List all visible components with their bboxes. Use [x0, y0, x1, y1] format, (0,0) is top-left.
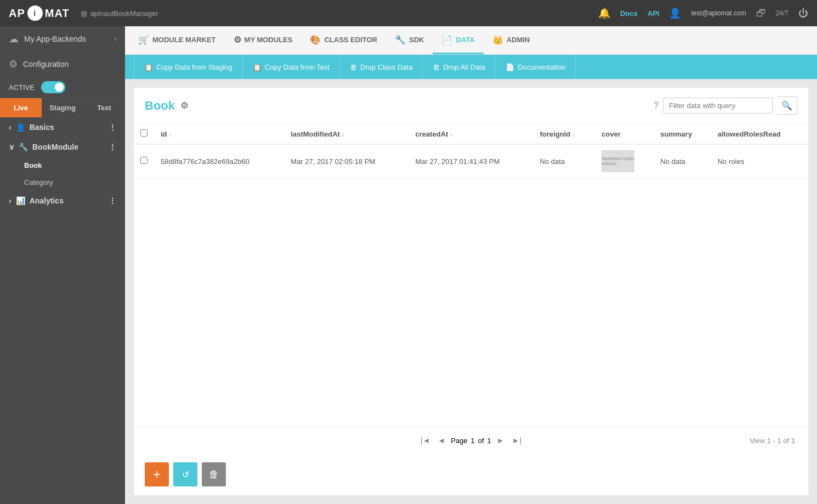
docs-icon: 📄	[506, 63, 514, 71]
pagination-bar: |◄ ◄ Page 1 of 1 ► ►| View 1 - 1 of 1	[134, 427, 808, 454]
col-id[interactable]: id ↕	[154, 124, 284, 144]
more-icon[interactable]: ⋮	[109, 196, 116, 205]
sidebar-subitem-book[interactable]: Book	[0, 157, 125, 174]
sidebar-group-bookmodule[interactable]: ∨ 🔧 BookModule ⋮	[0, 137, 125, 157]
nav-my-modules[interactable]: ⚙ MY MODULES	[225, 26, 302, 54]
active-toggle-switch[interactable]	[41, 81, 65, 93]
user-email: test@apiomat.com	[691, 9, 746, 17]
main-layout: ☁ My App-Backends › ⚙ Configuration ACTI…	[0, 26, 817, 504]
nav-label: ADMIN	[507, 36, 530, 44]
cell-cover: 58d8fffe6c7a382e69a2b	[595, 144, 654, 178]
cell-last-modified: Mar 27, 2017 02:05:18 PM	[284, 144, 408, 178]
expand-icon: ∨	[9, 143, 14, 151]
table-header-row: id ↕ lastModifiedAt ↕ createdAt ↕	[134, 124, 808, 144]
refresh-button[interactable]: ↺	[173, 462, 197, 486]
delete-icon: 🗑	[209, 469, 219, 480]
help-icon[interactable]: ?	[654, 101, 659, 111]
settings-icon[interactable]: ⚙	[180, 100, 188, 111]
delete-button[interactable]: 🗑	[202, 462, 226, 486]
drop-all-icon: 🗑	[433, 63, 440, 71]
top-bar-right: 🔔 Docs API 👤 test@apiomat.com 🗗 24/7 ⏻	[598, 7, 808, 19]
data-table: id ↕ lastModifiedAt ↕ createdAt ↕	[134, 124, 808, 178]
sidebar-item-my-app-backends[interactable]: ☁ My App-Backends ›	[0, 26, 125, 52]
toolbar-copy-test[interactable]: 📋 Copy Data from Test	[243, 55, 340, 79]
prev-page-button[interactable]: ◄	[435, 435, 447, 446]
filter-search-button[interactable]: 🔍	[777, 97, 797, 115]
tab-live[interactable]: Live	[0, 98, 42, 117]
page-number: 1	[471, 437, 475, 445]
cover-image-text: 58d8fffe6c7a382e69a2b	[602, 156, 634, 166]
row-checkbox[interactable]	[140, 157, 147, 164]
content-area: 🛒 MODULE MARKET ⚙ MY MODULES 🎨 CLASS EDI…	[125, 26, 817, 504]
col-lastmodified-label: lastModifiedAt	[291, 130, 340, 138]
sidebar-group-analytics[interactable]: › 📊 Analytics ⋮	[0, 191, 125, 211]
tab-staging[interactable]: Staging	[42, 98, 83, 117]
col-cover: cover	[595, 124, 654, 144]
module-nav: 🛒 MODULE MARKET ⚙ MY MODULES 🎨 CLASS EDI…	[125, 26, 817, 55]
last-page-button[interactable]: ►|	[510, 435, 524, 446]
window-icon[interactable]: 🗗	[756, 8, 766, 19]
cover-image[interactable]: 58d8fffe6c7a382e69a2b	[602, 150, 634, 172]
add-button[interactable]: +	[145, 462, 169, 486]
add-icon: +	[153, 467, 161, 482]
app-name-icon: ▦	[81, 9, 87, 18]
view-info: View 1 - 1 of 1	[750, 437, 795, 445]
toolbar-drop-class[interactable]: 🗑 Drop Class Data	[340, 55, 423, 79]
col-foreignid-label: foreignId	[540, 130, 571, 138]
nav-label: CLASS EDITOR	[324, 36, 377, 44]
api-link[interactable]: API	[648, 9, 660, 18]
col-created-at[interactable]: createdAt ↕	[408, 124, 533, 144]
drop-class-icon: 🗑	[350, 63, 357, 71]
nav-class-editor[interactable]: 🎨 CLASS EDITOR	[301, 26, 386, 54]
col-last-modified[interactable]: lastModifiedAt ↕	[284, 124, 408, 144]
class-editor-icon: 🎨	[310, 35, 321, 45]
copy-test-icon: 📋	[253, 63, 262, 71]
toolbar-copy-staging[interactable]: 📋 Copy Data from Staging	[134, 55, 243, 79]
group-label: Analytics	[30, 196, 64, 205]
copy-staging-icon: 📋	[144, 63, 153, 71]
more-icon[interactable]: ⋮	[109, 143, 116, 151]
bookmodule-icon: 🔧	[19, 143, 28, 151]
filter-input[interactable]	[663, 98, 773, 114]
active-toggle: ACTIVE	[0, 77, 125, 98]
first-page-button[interactable]: |◄	[418, 435, 433, 446]
sort-icon: ↕	[342, 132, 345, 138]
sidebar: ☁ My App-Backends › ⚙ Configuration ACTI…	[0, 26, 125, 504]
row-checkbox-cell	[134, 144, 154, 178]
nav-module-market[interactable]: 🛒 MODULE MARKET	[129, 26, 225, 54]
arrow-icon: ›	[114, 35, 116, 43]
nav-sdk[interactable]: 🔧 SDK	[386, 26, 433, 54]
support-label[interactable]: 24/7	[776, 9, 788, 17]
sort-icon: ↕	[169, 132, 172, 138]
gear-icon: ⚙	[9, 58, 18, 70]
power-icon[interactable]: ⏻	[798, 8, 808, 19]
select-all-checkbox[interactable]	[140, 129, 147, 137]
cell-summary: No data	[654, 144, 711, 178]
docs-link[interactable]: Docs	[620, 9, 638, 18]
page-label: Page	[451, 437, 467, 445]
book-title-text: Book	[145, 99, 175, 113]
bell-icon[interactable]: 🔔	[598, 7, 610, 19]
toolbar-label: Drop All Data	[443, 63, 485, 71]
of-label: of	[478, 437, 484, 445]
cell-id[interactable]: 58d8fa776c7a382e69a2b60	[154, 144, 284, 178]
sidebar-subitem-category[interactable]: Category	[0, 174, 125, 191]
toolbar-documentation[interactable]: 📄 Documentation	[496, 55, 576, 79]
col-allowed-roles: allowedRolesRead	[711, 124, 808, 144]
app-name-text: apinautBookManager	[90, 9, 158, 18]
book-header: Book ⚙ ? 🔍	[134, 88, 808, 124]
nav-admin[interactable]: 👑 ADMIN	[484, 26, 539, 54]
nav-data[interactable]: 📄 DATA	[433, 26, 483, 54]
col-summary-label: summary	[660, 130, 692, 138]
data-toolbar: 📋 Copy Data from Staging 📋 Copy Data fro…	[125, 55, 817, 79]
toolbar-label: Copy Data from Test	[265, 63, 330, 71]
toolbar-drop-all[interactable]: 🗑 Drop All Data	[423, 55, 496, 79]
sidebar-group-basics[interactable]: › 👤 Basics ⋮	[0, 117, 125, 137]
more-icon[interactable]: ⋮	[109, 123, 116, 132]
sidebar-item-configuration[interactable]: ⚙ Configuration	[0, 52, 125, 77]
sdk-icon: 🔧	[395, 35, 406, 45]
next-page-button[interactable]: ►	[495, 435, 507, 446]
tab-test[interactable]: Test	[83, 98, 125, 117]
data-icon: 📄	[441, 35, 452, 45]
col-foreign-id[interactable]: foreignId ↕	[534, 124, 595, 144]
